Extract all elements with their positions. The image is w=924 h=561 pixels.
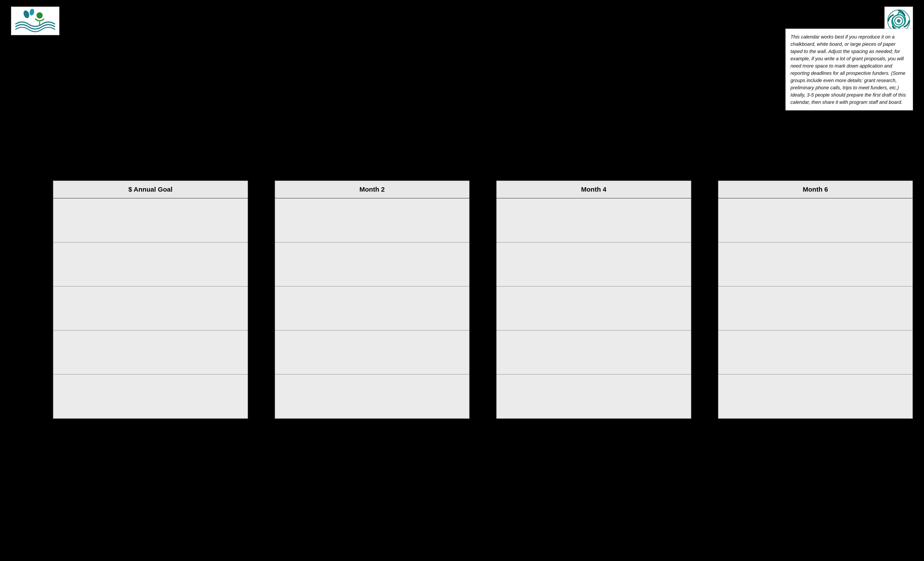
svg-point-3: [29, 9, 35, 16]
table-row: [496, 375, 691, 418]
column-header-month2: Month 2: [275, 181, 470, 198]
table-row: [275, 198, 470, 243]
column-annual-goal: $ Annual Goal: [53, 180, 248, 419]
column-month2: Month 2: [274, 180, 470, 419]
table-row: [275, 286, 470, 330]
table-row: [53, 286, 248, 330]
table-row: [718, 243, 913, 286]
logo-left: [11, 7, 59, 35]
table-row: [718, 375, 913, 418]
table-row: [275, 330, 470, 375]
table-row: [496, 286, 691, 330]
table-row: [53, 330, 248, 375]
main-grid: $ Annual Goal Month 2 Month 4 Month 6: [53, 180, 913, 419]
table-row: [718, 286, 913, 330]
table-row: [718, 198, 913, 243]
column-header-month4: Month 4: [496, 181, 691, 198]
column-month4: Month 4: [496, 180, 692, 419]
column-month6: Month 6: [718, 180, 913, 419]
table-row: [275, 375, 470, 418]
table-row: [275, 243, 470, 286]
info-text: This calendar works best if you reproduc…: [790, 33, 908, 106]
column-header-month6: Month 6: [718, 181, 913, 198]
column-header-annual-goal: $ Annual Goal: [53, 181, 248, 198]
table-row: [53, 243, 248, 286]
svg-point-0: [36, 12, 43, 18]
table-row: [496, 330, 691, 375]
table-row: [53, 198, 248, 243]
svg-point-6: [897, 19, 900, 22]
table-row: [718, 330, 913, 375]
table-row: [53, 375, 248, 418]
table-row: [496, 198, 691, 243]
svg-point-2: [22, 10, 30, 19]
info-box: This calendar works best if you reproduc…: [785, 28, 913, 111]
table-row: [496, 243, 691, 286]
